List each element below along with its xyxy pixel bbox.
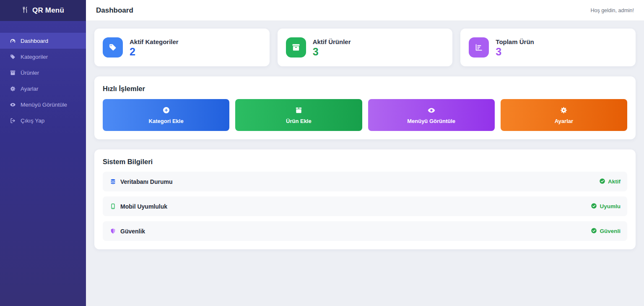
- quick-actions-title: Hızlı İşlemler: [103, 85, 627, 93]
- status-badge: Güvenli: [591, 228, 621, 235]
- gear-icon: [560, 106, 568, 115]
- row-left: Mobil Uyumluluk: [109, 203, 167, 210]
- stat-cards-row: Aktif Kategoriler 2 Aktif Ürünler 3: [94, 29, 636, 66]
- database-icon: [109, 178, 116, 185]
- system-row-veritabani: Veritabanı Durumu Aktif: [103, 172, 627, 191]
- row-label: Veritabanı Durumu: [120, 178, 172, 185]
- sidebar-item-dashboard[interactable]: Dashboard: [0, 33, 86, 49]
- stat-value: 3: [313, 47, 351, 57]
- quick-actions-grid: Kategori Ekle Ürün Ekle: [103, 99, 627, 131]
- system-info-card: Sistem Bilgileri Veritabanı Dur: [94, 149, 636, 249]
- sidebar-item-label: Menüyü Görüntüle: [21, 102, 67, 108]
- menuyu-goruntule-button[interactable]: Menüyü Görüntüle: [368, 99, 495, 131]
- box-icon: [286, 37, 306, 58]
- greeting-text: Hoş geldin, admin!: [590, 8, 634, 13]
- kategori-ekle-button[interactable]: Kategori Ekle: [103, 99, 229, 131]
- topbar: Dashboard Hoş geldin, admin!: [86, 0, 644, 21]
- stat-value: 3: [496, 47, 534, 57]
- stat-label: Aktif Kategoriler: [130, 38, 179, 45]
- check-circle-icon: [591, 203, 597, 210]
- sidebar-item-label: Kategoriler: [21, 54, 48, 60]
- sidebar-item-label: Ürünler: [21, 70, 39, 76]
- utensils-icon: [22, 6, 29, 15]
- gauge-icon: [9, 37, 16, 44]
- stat-texts: Toplam Ürün 3: [496, 38, 534, 57]
- stat-value: 2: [130, 47, 179, 57]
- row-label: Mobil Uyumluluk: [120, 203, 167, 210]
- stat-label: Toplam Ürün: [496, 38, 534, 45]
- status-text: Güvenli: [600, 228, 621, 234]
- tags-icon: [103, 37, 123, 58]
- sidebar-item-cikis-yap[interactable]: Çıkış Yap: [0, 112, 86, 128]
- row-left: Güvenlik: [109, 228, 145, 235]
- status-badge: Uyumlu: [591, 203, 621, 210]
- sign-out-icon: [9, 117, 16, 124]
- tags-icon: [9, 53, 16, 60]
- stat-card-aktif-urunler: Aktif Ürünler 3: [278, 29, 453, 66]
- stat-card-toplam-urun: Toplam Ürün 3: [460, 29, 636, 66]
- status-badge: Aktif: [599, 178, 621, 186]
- mobile-icon: [109, 203, 116, 210]
- quick-actions-card: Hızlı İşlemler Kategori Ekle: [94, 76, 636, 139]
- stat-label: Aktif Ürünler: [313, 38, 351, 45]
- box-icon: [9, 69, 16, 76]
- gear-icon: [9, 85, 16, 92]
- page-title: Dashboard: [96, 6, 133, 15]
- stat-card-aktif-kategoriler: Aktif Kategoriler 2: [94, 29, 270, 66]
- brand: QR Menü: [0, 0, 86, 21]
- button-label: Ayarlar: [555, 118, 573, 124]
- stat-texts: Aktif Kategoriler 2: [130, 38, 179, 57]
- shield-icon: [109, 228, 116, 235]
- button-label: Menüyü Görüntüle: [407, 118, 455, 124]
- plus-circle-icon: [162, 106, 170, 115]
- brand-title: QR Menü: [32, 6, 64, 15]
- sidebar-item-label: Dashboard: [21, 38, 48, 44]
- row-label: Güvenlik: [120, 228, 145, 235]
- row-left: Veritabanı Durumu: [109, 178, 172, 185]
- button-label: Ürün Ekle: [286, 118, 312, 124]
- eye-icon: [427, 106, 436, 115]
- check-circle-icon: [591, 228, 597, 235]
- system-row-mobil: Mobil Uyumluluk Uyumlu: [103, 196, 627, 216]
- sidebar-item-kategoriler[interactable]: Kategoriler: [0, 49, 86, 65]
- sidebar-item-label: Ayarlar: [21, 86, 39, 92]
- sidebar-nav: Dashboard Kategoriler Ürünler: [0, 33, 86, 128]
- stat-texts: Aktif Ürünler 3: [313, 38, 351, 57]
- system-row-guvenlik: Güvenlik Güvenli: [103, 221, 627, 241]
- sidebar-item-menuyu-goruntule[interactable]: Menüyü Görüntüle: [0, 97, 86, 112]
- ayarlar-button[interactable]: Ayarlar: [501, 99, 627, 131]
- status-text: Uyumlu: [600, 203, 621, 209]
- main-area: Dashboard Hoş geldin, admin! Aktif Kateg…: [86, 0, 644, 306]
- eye-icon: [9, 101, 16, 108]
- system-info-rows: Veritabanı Durumu Aktif: [103, 172, 627, 241]
- sidebar-item-urunler[interactable]: Ürünler: [0, 65, 86, 81]
- sidebar-item-label: Çıkış Yap: [21, 118, 44, 124]
- sidebar-item-ayarlar[interactable]: Ayarlar: [0, 81, 86, 97]
- chart-bar-icon: [469, 37, 489, 58]
- status-text: Aktif: [608, 178, 621, 185]
- system-info-title: Sistem Bilgileri: [103, 158, 627, 166]
- urun-ekle-button[interactable]: Ürün Ekle: [235, 99, 362, 131]
- check-circle-icon: [599, 178, 605, 186]
- box-icon: [295, 106, 303, 115]
- app-root: QR Menü Dashboard Kategoriler: [0, 0, 644, 306]
- content: Aktif Kategoriler 2 Aktif Ürünler 3: [86, 21, 644, 306]
- button-label: Kategori Ekle: [149, 118, 184, 124]
- sidebar: QR Menü Dashboard Kategoriler: [0, 0, 86, 306]
